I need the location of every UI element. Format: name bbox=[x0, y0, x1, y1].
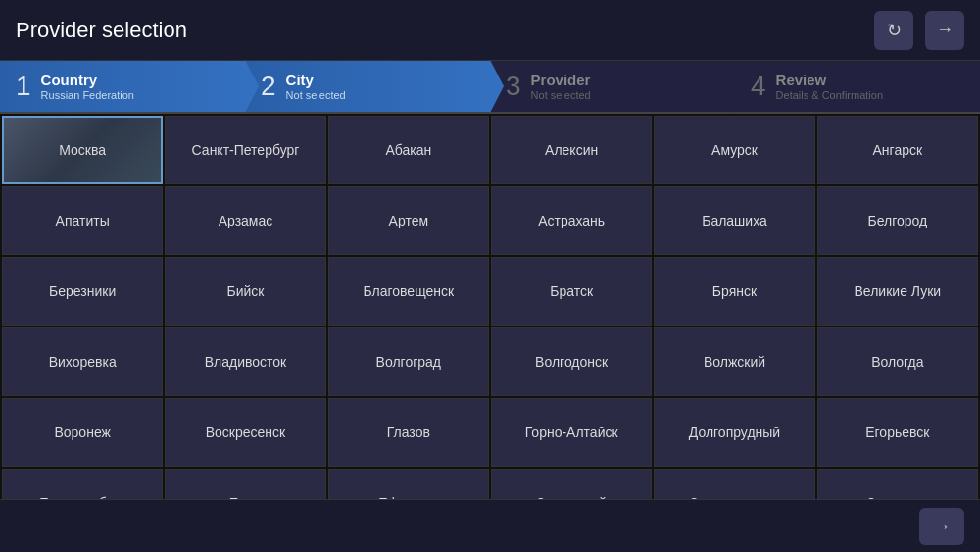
city-cell[interactable]: Волгоград bbox=[328, 327, 489, 396]
city-cell[interactable]: Благовещенск bbox=[328, 257, 489, 326]
city-cell[interactable]: Алексин bbox=[491, 116, 652, 184]
refresh-icon: ↻ bbox=[887, 20, 902, 41]
step3-info: Provider Not selected bbox=[531, 72, 591, 101]
step4-subtitle: Details & Confirmation bbox=[776, 89, 883, 101]
city-cell[interactable]: Абакан bbox=[328, 116, 489, 184]
city-cell[interactable]: Ангарск bbox=[817, 116, 978, 184]
step3-subtitle: Not selected bbox=[531, 89, 591, 101]
city-cell[interactable]: Апатиты bbox=[2, 186, 163, 255]
city-cell[interactable]: Елец bbox=[165, 469, 325, 499]
next-arrow-icon: → bbox=[932, 515, 952, 537]
step2-info: City Not selected bbox=[286, 72, 346, 101]
refresh-button[interactable]: ↻ bbox=[874, 11, 913, 50]
city-grid-wrapper: МоскваСанкт-ПетербургАбаканАлексинАмурск… bbox=[0, 114, 980, 499]
next-button[interactable]: → bbox=[919, 508, 964, 545]
city-cell[interactable]: Заозерный bbox=[491, 469, 652, 499]
step4-info: Review Details & Confirmation bbox=[776, 72, 883, 101]
city-cell[interactable]: Волгодонск bbox=[491, 327, 652, 396]
city-cell[interactable]: Ефремов bbox=[328, 469, 489, 499]
main-content: 1 Country Russian Federation 2 City Not … bbox=[0, 61, 980, 552]
city-cell[interactable]: Вологда bbox=[817, 327, 978, 396]
step4-number: 4 bbox=[751, 71, 766, 102]
share-icon: → bbox=[936, 20, 954, 40]
step-country[interactable]: 1 Country Russian Federation bbox=[0, 61, 245, 112]
steps-bar: 1 Country Russian Federation 2 City Not … bbox=[0, 61, 980, 114]
city-cell[interactable]: Знаменск bbox=[817, 469, 978, 499]
city-cell[interactable]: Балашиха bbox=[654, 186, 814, 255]
city-cell[interactable]: Санкт-Петербург bbox=[165, 116, 325, 184]
share-button[interactable]: → bbox=[925, 11, 964, 50]
city-cell[interactable]: Зеленодольск bbox=[654, 469, 814, 499]
city-cell[interactable]: Егорьевск bbox=[817, 398, 978, 467]
page-title: Provider selection bbox=[16, 18, 187, 43]
step3-number: 3 bbox=[506, 71, 521, 102]
city-cell[interactable]: Братск bbox=[491, 257, 652, 326]
step-city[interactable]: 2 City Not selected bbox=[245, 61, 490, 112]
city-cell[interactable]: Воронеж bbox=[2, 398, 163, 467]
title-bar: Provider selection ↻ → bbox=[0, 0, 980, 61]
city-cell[interactable]: Москва bbox=[2, 116, 163, 184]
city-cell[interactable]: Артем bbox=[328, 186, 489, 255]
city-cell[interactable]: Бийск bbox=[165, 257, 325, 326]
step2-subtitle: Not selected bbox=[286, 89, 346, 101]
step1-title: Country bbox=[41, 72, 134, 88]
title-icons: ↻ → bbox=[874, 11, 964, 50]
city-cell[interactable]: Брянск bbox=[654, 257, 814, 326]
city-cell[interactable]: Вихоревка bbox=[2, 327, 163, 396]
city-cell[interactable]: Белгород bbox=[817, 186, 978, 255]
step4-title: Review bbox=[776, 72, 883, 88]
city-cell[interactable]: Великие Луки bbox=[817, 257, 978, 326]
step2-title: City bbox=[286, 72, 346, 88]
city-cell[interactable]: Екатеринбург bbox=[2, 469, 163, 499]
step3-title: Provider bbox=[531, 72, 591, 88]
city-grid: МоскваСанкт-ПетербургАбаканАлексинАмурск… bbox=[0, 114, 980, 499]
step1-subtitle: Russian Federation bbox=[41, 89, 134, 101]
city-cell[interactable]: Волжский bbox=[654, 327, 814, 396]
city-cell[interactable]: Амурск bbox=[654, 116, 814, 184]
step2-number: 2 bbox=[261, 71, 276, 102]
city-cell[interactable]: Воскресенск bbox=[165, 398, 325, 467]
step-provider: 3 Provider Not selected bbox=[490, 61, 735, 112]
step1-info: Country Russian Federation bbox=[41, 72, 134, 101]
bottom-bar: → bbox=[0, 499, 980, 552]
step1-number: 1 bbox=[16, 71, 31, 102]
step-review: 4 Review Details & Confirmation bbox=[735, 61, 980, 112]
city-cell[interactable]: Долгопрудный bbox=[654, 398, 814, 467]
city-cell[interactable]: Глазов bbox=[328, 398, 489, 467]
city-cell[interactable]: Арзамас bbox=[165, 186, 325, 255]
city-cell[interactable]: Астрахань bbox=[491, 186, 652, 255]
city-cell[interactable]: Владивосток bbox=[165, 327, 325, 396]
city-cell[interactable]: Березники bbox=[2, 257, 163, 326]
city-cell[interactable]: Горно-Алтайск bbox=[491, 398, 652, 467]
